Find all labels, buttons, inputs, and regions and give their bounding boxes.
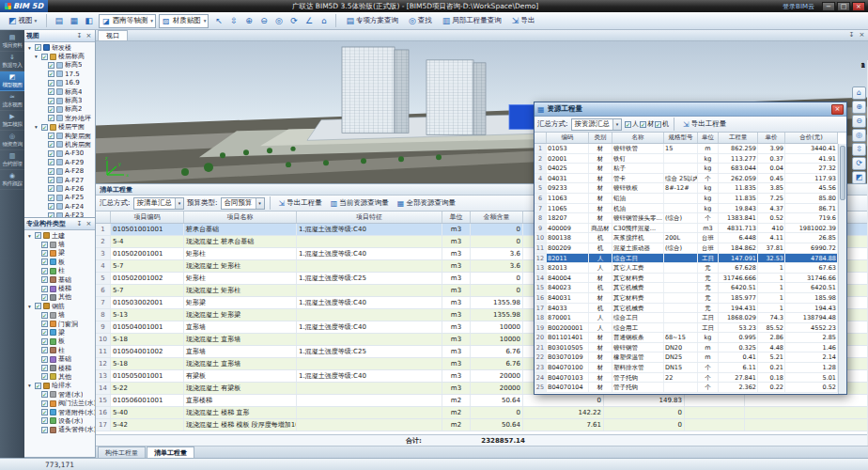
module-tab-合约管理[interactable]: ▥合约管理 xyxy=(0,150,24,170)
resource-scrollbar[interactable] xyxy=(838,144,846,394)
checkbox[interactable]: ✓ xyxy=(41,400,48,407)
home-view-icon[interactable]: ⌂ xyxy=(317,14,331,28)
checkbox[interactable]: ✓ xyxy=(41,365,48,371)
close-button[interactable]: × xyxy=(852,2,865,11)
checkbox[interactable]: ✓ xyxy=(48,98,54,104)
type-leaf-门窗洞[interactable]: ✓门窗洞 xyxy=(24,320,95,328)
tree-leaf-A-F30[interactable]: ✓A-F30 xyxy=(24,149,95,158)
tree-leaf-A-F26[interactable]: ✓A-F26 xyxy=(24,184,95,193)
tree-leaf-标高4[interactable]: ✓标高4 xyxy=(24,87,95,96)
type-leaf-阀门法兰(水)[interactable]: ✓阀门法兰(水) xyxy=(24,399,95,407)
resource-row[interactable]: 1784033机其它机械费元194.4311194.43 xyxy=(535,304,838,314)
collapse-icon[interactable]: ▾ xyxy=(26,383,33,388)
type-leaf-楼梯[interactable]: ✓楼梯 xyxy=(24,284,95,292)
checkbox[interactable]: ✓ xyxy=(35,303,41,309)
resource-row[interactable]: 101053材镀锌铁管15m862.2593.993440.41 xyxy=(535,144,838,154)
checkbox[interactable]: ✓ xyxy=(41,124,48,131)
zoom-in-icon[interactable]: ⊕ xyxy=(241,14,256,28)
close-icon[interactable]: × xyxy=(85,32,93,40)
resource-column-单位[interactable]: 单位 xyxy=(698,133,719,143)
find-button[interactable]: ◎查找 xyxy=(404,14,437,28)
viewport-close-icon[interactable]: × xyxy=(858,31,866,39)
tree-group[interactable]: ▾✓楼层平面 xyxy=(24,123,95,132)
section-box-icon[interactable]: ◧ xyxy=(82,14,96,28)
checkbox[interactable]: ✓ xyxy=(655,121,661,128)
resource-row[interactable]: 16840031材其它材料费元185.9771185.98 xyxy=(535,293,838,304)
checkbox[interactable]: ✓ xyxy=(41,312,48,319)
tree-leaf-构架层面[interactable]: ✓构架层面 xyxy=(24,132,95,140)
filter-人[interactable]: ✓人 xyxy=(625,119,639,129)
login-bim-cloud-link[interactable]: 登录BIM云 xyxy=(783,2,814,11)
measure-icon[interactable]: ∠ xyxy=(302,14,316,28)
module-tab-项目资料[interactable]: ▤项目资料 xyxy=(0,32,24,52)
checkbox[interactable]: ✓ xyxy=(625,121,631,128)
checkbox[interactable]: ✓ xyxy=(41,54,48,60)
checkbox[interactable]: ✓ xyxy=(41,391,48,398)
resource-column-编码[interactable]: 编码 xyxy=(547,133,589,143)
module-tab-构件跟踪[interactable]: ◉构件跟踪 xyxy=(0,170,24,190)
tree-leaf-室外地坪[interactable]: ✓室外地坪 xyxy=(24,114,95,122)
type-leaf-梁[interactable]: ✓梁 xyxy=(24,249,95,258)
tree-leaf-A-F29[interactable]: ✓A-F29 xyxy=(24,158,95,166)
checkbox[interactable]: ✓ xyxy=(41,321,48,327)
resource-row[interactable]: 509233材镀锌铁板8#-12#kg11.8353.8545.56 xyxy=(535,183,838,194)
checkbox[interactable]: ✓ xyxy=(41,338,48,345)
checkbox[interactable]: ✓ xyxy=(41,242,48,248)
resource-row[interactable]: 24B04070103材管子托钩22个27.8410.185.01 xyxy=(535,373,838,384)
resource-row[interactable]: 1282011人综合工日工日147.09132.534784.88 xyxy=(535,254,838,264)
tree-leaf-16.9[interactable]: ✓16.9 xyxy=(24,79,95,87)
checkbox[interactable]: ✓ xyxy=(48,150,54,157)
export-button[interactable]: ⇲导出 xyxy=(507,14,540,28)
resource-column-工程量[interactable]: 工程量 xyxy=(719,133,758,143)
scrollbar-thumb[interactable] xyxy=(840,146,845,200)
tree-leaf-A-F27[interactable]: ✓A-F27 xyxy=(24,176,95,184)
type-leaf-墙[interactable]: ✓墙 xyxy=(24,240,95,248)
local-quantity-query-button[interactable]: ▥局部工程量查询 xyxy=(438,14,506,28)
resource-column-合价(元)[interactable]: 合价(元) xyxy=(785,133,838,143)
type-leaf-楼梯[interactable]: ✓楼梯 xyxy=(24,364,95,372)
tree-leaf-标高5[interactable]: ✓标高5 xyxy=(24,61,95,70)
resource-column-规格型号[interactable]: 规格型号 xyxy=(664,133,698,143)
maximize-button[interactable]: □ xyxy=(837,2,850,11)
checkbox[interactable]: ✓ xyxy=(48,185,54,192)
collapse-icon[interactable]: ▾ xyxy=(26,233,33,239)
resource-row[interactable]: 11800209机混凝土振动器(综合)台班184.86237.816990.72 xyxy=(535,243,838,254)
checkbox[interactable]: ✓ xyxy=(35,44,41,51)
checkbox[interactable]: ✓ xyxy=(41,409,48,415)
type-leaf-其他[interactable]: ✓其他 xyxy=(24,293,95,302)
checkbox[interactable]: ✓ xyxy=(48,62,54,69)
type-group-钢筋[interactable]: ▾✓钢筋 xyxy=(24,302,95,310)
checkbox[interactable]: ✓ xyxy=(48,141,54,148)
module-tab-流水视图[interactable]: ≈流水视图 xyxy=(0,91,24,111)
grid-view-icon[interactable]: ▦ xyxy=(67,14,81,28)
resource-row[interactable]: 14840004材其它材料费元31746.666131746.66 xyxy=(535,274,838,284)
type-leaf-设备(水)[interactable]: ✓设备(水) xyxy=(24,416,95,425)
orbit-icon[interactable]: ⟳ xyxy=(852,157,866,170)
resource-row[interactable]: 202001材铁钉kg113.2770.3741.91 xyxy=(535,154,838,164)
resource-row[interactable]: 10800138机灰浆搅拌机200L台班6.4484.1126.85 xyxy=(535,233,838,243)
zoom-fit-icon[interactable]: ◎ xyxy=(852,129,866,142)
home-view-icon[interactable]: ⌂ xyxy=(852,86,866,100)
checkbox[interactable]: ✓ xyxy=(41,258,48,265)
quantity-row[interactable]: 175-42现浇混凝土 楼梯 模板 段厚度每增加10mmm2150.647.61… xyxy=(96,419,868,431)
special-scheme-query-button[interactable]: ▤专项方案查询 xyxy=(341,14,403,28)
view-menu-button[interactable]: ◩ 视图 ▾ xyxy=(4,14,41,28)
type-leaf-墙[interactable]: ✓墙 xyxy=(24,311,95,320)
checkbox[interactable]: ✓ xyxy=(48,80,54,86)
pin-icon[interactable]: ↧ xyxy=(75,32,84,40)
resource-row[interactable]: 21B03010505材镀锌钢管DN20m0.3254.481.46 xyxy=(535,343,838,353)
type-leaf-管道附件(水)[interactable]: ✓管道附件(水) xyxy=(24,408,95,416)
type-leaf-基础[interactable]: ✓基础 xyxy=(24,275,95,284)
type-group-土建[interactable]: ▾✓土建 xyxy=(24,231,95,240)
tree-leaf-机房层面[interactable]: ✓机房层面 xyxy=(24,140,95,149)
tree-leaf-17.5[interactable]: ✓17.5 xyxy=(24,70,95,78)
checkbox[interactable]: ✓ xyxy=(41,347,48,353)
resource-column-单价[interactable]: 单价 xyxy=(758,133,785,143)
collapse-icon[interactable]: ▾ xyxy=(26,304,33,309)
checkbox[interactable]: ✓ xyxy=(48,88,54,95)
viewport-pin-icon[interactable]: ↧ xyxy=(847,31,856,39)
checkbox[interactable]: ✓ xyxy=(640,121,646,128)
checkbox[interactable]: ✓ xyxy=(48,70,54,77)
type-leaf-其他[interactable]: ✓其他 xyxy=(24,372,95,381)
resource-window-close-button[interactable]: × xyxy=(831,104,844,115)
